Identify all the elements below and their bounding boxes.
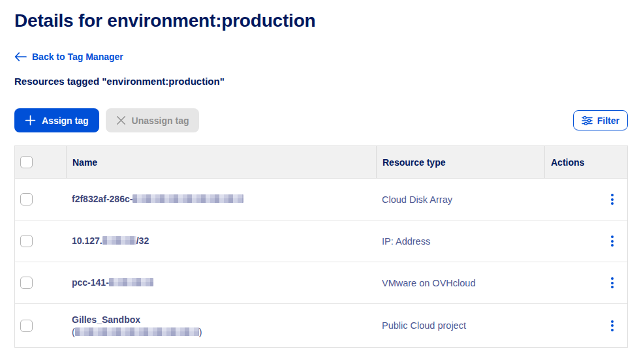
table-header-row: Name Resource type Actions: [15, 146, 627, 178]
row-actions-button[interactable]: [608, 275, 616, 291]
unassign-tag-button[interactable]: Unassign tag: [106, 108, 200, 132]
row-checkbox[interactable]: [20, 320, 33, 332]
section-heading: Resources tagged "environment:production…: [14, 76, 628, 87]
kebab-vertical-icon: [611, 235, 614, 247]
kebab-vertical-icon: [611, 320, 614, 331]
plus-icon: [25, 115, 36, 126]
assign-tag-label: Assign tag: [42, 115, 89, 126]
table-row: f2f832af-286c- Cloud Disk Array: [15, 178, 627, 220]
page-title: Details for environment:production: [14, 10, 628, 31]
resource-type: IP: Address: [382, 236, 430, 247]
header-checkbox-cell: [15, 146, 66, 178]
resource-type: Cloud Disk Array: [382, 194, 452, 205]
filter-button[interactable]: Filter: [573, 110, 628, 130]
row-checkbox[interactable]: [20, 193, 33, 205]
assign-tag-button[interactable]: Assign tag: [14, 108, 99, 132]
tag-details-page: Details for environment:production Back …: [0, 0, 641, 348]
row-actions-button[interactable]: [608, 191, 616, 207]
redacted-text: [102, 236, 136, 245]
column-header-resource-type: Resource type: [376, 146, 544, 178]
redacted-text: [109, 278, 153, 286]
row-actions-button[interactable]: [608, 318, 616, 334]
table-row: pcc-141- VMware on OVHcloud: [15, 262, 627, 303]
redacted-text: [133, 194, 243, 203]
toolbar: Assign tag Unassign tag Filter: [14, 108, 628, 132]
back-link[interactable]: Back to Tag Manager: [14, 52, 123, 62]
resource-name: f2f832af-286c-: [72, 194, 243, 204]
kebab-vertical-icon: [611, 277, 614, 288]
redacted-text: [75, 327, 199, 336]
table-row: Gilles_Sandbox () Public Cloud project: [15, 303, 627, 347]
resource-name: Gilles_Sandbox: [72, 314, 371, 326]
back-link-label: Back to Tag Manager: [32, 52, 123, 62]
row-checkbox[interactable]: [20, 235, 33, 247]
table-row: 10.127./32 IP: Address: [15, 220, 627, 262]
resource-type: VMware on OVHcloud: [382, 278, 475, 288]
unassign-tag-label: Unassign tag: [132, 115, 189, 126]
select-all-checkbox[interactable]: [20, 156, 33, 168]
resource-name-secondary: (): [72, 327, 371, 337]
filter-sliders-icon: [582, 116, 593, 125]
resource-name: 10.127./32: [72, 235, 149, 246]
kebab-vertical-icon: [611, 194, 614, 205]
resource-type: Public Cloud project: [382, 320, 466, 331]
resource-name: pcc-141-: [72, 277, 153, 288]
resources-table: Name Resource type Actions f2f832af-286c…: [14, 145, 628, 348]
row-actions-button[interactable]: [608, 233, 616, 249]
arrow-left-icon: [14, 52, 27, 61]
filter-label: Filter: [597, 115, 619, 126]
cross-icon: [116, 115, 126, 125]
column-header-name: Name: [66, 146, 376, 178]
column-header-actions: Actions: [544, 146, 627, 178]
row-checkbox[interactable]: [20, 277, 33, 289]
